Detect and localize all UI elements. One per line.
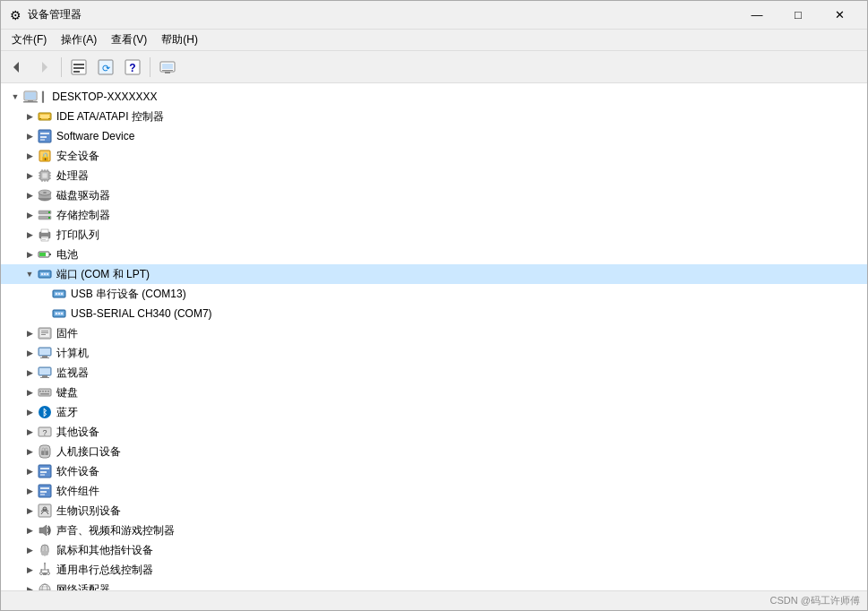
bluetooth-icon: ᛒ [37, 404, 53, 420]
network-label: 网络适配器 [56, 582, 110, 591]
usb1-label: USB 串行设备 (COM13) [71, 287, 186, 302]
tree-item-software-comp[interactable]: ▶ 软件设备 [1, 461, 867, 481]
help-btn[interactable]: ? [120, 55, 145, 80]
tree-item-processor[interactable]: ▶ [1, 166, 867, 185]
disk-toggle[interactable]: ▶ [22, 188, 37, 202]
tree-item-bluetooth[interactable]: ▶ ᛒ 蓝牙 [1, 402, 867, 422]
other-label: 其他设备 [56, 425, 99, 440]
storage-toggle[interactable]: ▶ [22, 208, 37, 222]
menu-view[interactable]: 查看(V) [104, 30, 154, 49]
firmware-toggle[interactable]: ▶ [22, 326, 37, 340]
root-toggle[interactable]: ▼ [8, 90, 22, 104]
tree-item-port-usb2[interactable]: USB-SERIAL CH340 (COM7) [1, 304, 867, 323]
mouse-label: 鼠标和其他指针设备 [56, 543, 153, 558]
ide-label: IDE ATA/ATAPI 控制器 [56, 109, 164, 125]
close-button[interactable]: ✕ [819, 1, 860, 30]
biometric-icon [37, 503, 53, 519]
sd-toggle[interactable]: ▶ [22, 129, 37, 143]
tree-item-biometric[interactable]: ▶ 生物识别设备 [1, 501, 867, 521]
tree-item-port[interactable]: ▼ 端口 (COM 和 LPT) [1, 264, 867, 284]
tree-root[interactable]: ▼ ▎ DESKTOP-XXXXXXX [1, 87, 867, 107]
svg-rect-103 [40, 471, 47, 473]
tree-item-security[interactable]: ▶ 🔒 安全设备 [1, 146, 867, 166]
print-label: 打印队列 [56, 228, 99, 243]
audio-toggle[interactable]: ▶ [22, 523, 37, 538]
tree-item-mouse[interactable]: ▶ 鼠标和其他指针设备 [1, 540, 867, 560]
computer-toggle[interactable]: ▶ [22, 346, 37, 360]
tree-item-ide[interactable]: ▶ IDE ATA/ATAPI 控制器 [1, 107, 867, 126]
computer-icon [37, 345, 53, 361]
svg-point-117 [40, 572, 43, 575]
tree-item-network[interactable]: ▶ 网络适配器 [1, 580, 867, 590]
tree-item-keyboard[interactable]: ▶ 键盘 [1, 383, 867, 402]
menu-file[interactable]: 文件(F) [4, 30, 54, 49]
mouse-icon [37, 542, 53, 558]
tree-item-serial[interactable]: ▶ 通用串行总线控制器 [1, 560, 867, 580]
tree-item-print[interactable]: ▶ 打印队列 [1, 225, 867, 245]
svg-rect-84 [40, 377, 49, 378]
back-btn[interactable] [4, 55, 30, 80]
monitor-toggle[interactable]: ▶ [22, 366, 37, 380]
minimize-button[interactable]: — [736, 1, 778, 30]
svg-rect-3 [73, 64, 84, 65]
svg-rect-76 [41, 332, 48, 333]
tree-item-software-device[interactable]: ▶ Software Device [1, 126, 867, 146]
tree-item-storage[interactable]: ▶ 存储控制器 [1, 205, 867, 225]
mouse-toggle[interactable]: ▶ [22, 543, 37, 557]
svg-text:⟳: ⟳ [102, 63, 110, 73]
computer-label: 计算机 [56, 346, 89, 361]
hid-icon [37, 443, 53, 460]
show-properties-btn[interactable] [66, 55, 91, 80]
network-toggle[interactable]: ▶ [22, 582, 37, 590]
svg-text:?: ? [129, 62, 135, 74]
tree-item-port-usb1[interactable]: USB 串行设备 (COM13) [1, 284, 867, 304]
svg-text:?: ? [42, 428, 47, 437]
hid-toggle[interactable]: ▶ [22, 444, 37, 459]
device-icon-btn[interactable] [155, 55, 180, 80]
svg-rect-25 [40, 139, 45, 141]
svg-rect-53 [42, 237, 47, 238]
battery-icon [37, 246, 53, 262]
svg-rect-16 [25, 92, 36, 99]
tree-item-other[interactable]: ▶ ? 其他设备 [1, 422, 867, 442]
forward-btn[interactable] [31, 55, 56, 80]
audio-icon [37, 522, 53, 538]
svg-point-66 [58, 293, 60, 295]
port-label: 端口 (COM 和 LPT) [56, 267, 150, 282]
device-tree[interactable]: ▼ ▎ DESKTOP-XXXXXXX ▶ [1, 83, 867, 590]
menu-help[interactable]: 帮助(H) [154, 30, 205, 49]
tree-item-software-comp2[interactable]: ▶ 软件组件 [1, 481, 867, 501]
svg-marker-119 [44, 563, 46, 565]
processor-toggle[interactable]: ▶ [22, 168, 37, 183]
menu-action[interactable]: 操作(A) [54, 30, 104, 49]
port-toggle[interactable]: ▼ [22, 267, 37, 281]
tree-item-firmware[interactable]: ▶ 固件 [1, 323, 867, 343]
refresh-btn[interactable]: ⟳ [93, 55, 118, 80]
battery-toggle[interactable]: ▶ [22, 247, 37, 262]
maximize-button[interactable]: □ [778, 1, 819, 30]
keyboard-toggle[interactable]: ▶ [22, 385, 37, 400]
security-label: 安全设备 [56, 149, 99, 164]
swcomp2-toggle[interactable]: ▶ [22, 484, 37, 498]
svg-rect-87 [39, 391, 41, 392]
swcomp-toggle[interactable]: ▶ [22, 464, 37, 478]
tree-item-audio[interactable]: ▶ 声音、视频和游戏控制器 [1, 521, 867, 540]
software-device-icon [37, 128, 53, 144]
biometric-toggle[interactable]: ▶ [22, 503, 37, 518]
bluetooth-toggle[interactable]: ▶ [22, 405, 37, 419]
tree-item-disk[interactable]: ▶ 磁盘驱动器 [1, 185, 867, 205]
tree-item-hid[interactable]: ▶ 人机接口设备 [1, 442, 867, 461]
storage-icon [37, 207, 53, 223]
svg-rect-91 [40, 393, 49, 395]
other-toggle[interactable]: ▶ [22, 425, 37, 439]
security-toggle[interactable]: ▶ [22, 149, 37, 163]
tree-item-computer[interactable]: ▶ 计算机 [1, 343, 867, 363]
tree-item-monitor[interactable]: ▶ 监视器 [1, 363, 867, 383]
svg-rect-51 [41, 229, 48, 233]
print-toggle[interactable]: ▶ [22, 228, 37, 242]
tree-item-battery[interactable]: ▶ 电池 [1, 245, 867, 264]
serial-toggle[interactable]: ▶ [22, 563, 37, 577]
toolbar-separator-1 [61, 57, 62, 77]
print-icon [37, 227, 53, 243]
ide-toggle[interactable]: ▶ [22, 109, 37, 124]
